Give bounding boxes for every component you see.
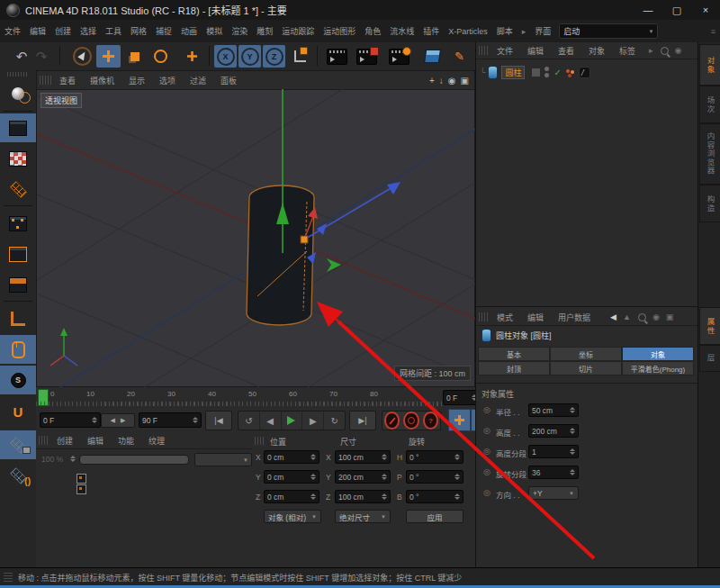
rotation-h-field[interactable]: 0 °: [406, 450, 464, 464]
menu-mesh[interactable]: 网格: [126, 25, 151, 37]
model-mode-button[interactable]: [0, 113, 36, 142]
spinner-icon[interactable]: [310, 493, 316, 500]
om-menu-edit[interactable]: 编辑: [520, 45, 551, 57]
spinner-icon[interactable]: [454, 454, 460, 460]
viewport-solo-button[interactable]: [0, 335, 36, 364]
material-menu-function[interactable]: 功能: [111, 435, 141, 447]
rotation-p-field[interactable]: 0 °: [406, 470, 464, 484]
menu-tools[interactable]: 工具: [101, 25, 126, 37]
spinner-icon[interactable]: [92, 417, 97, 423]
search-icon[interactable]: [638, 313, 646, 321]
material-zoom-slider[interactable]: [79, 455, 189, 465]
magnet-snap-button[interactable]: U: [0, 397, 36, 426]
object-row-cylinder[interactable]: └ 圆柱 ✓: [476, 65, 698, 79]
menu-motion-tracker[interactable]: 运动跟踪: [277, 25, 319, 37]
render-settings-button[interactable]: [385, 45, 412, 68]
next-frame-icon[interactable]: ▶: [121, 417, 125, 424]
play-button[interactable]: [282, 412, 303, 430]
om-menu-object[interactable]: 对象: [581, 45, 612, 57]
vtab-structure[interactable]: 构造: [699, 185, 720, 222]
material-menu-create[interactable]: 创建: [50, 435, 80, 447]
spinner-icon[interactable]: [570, 448, 575, 455]
tab-caps[interactable]: 封顶: [478, 361, 550, 375]
material-filter-dropdown[interactable]: ▼: [194, 453, 252, 466]
render-view-button[interactable]: [323, 45, 350, 68]
close-button[interactable]: ×: [691, 1, 720, 20]
grip-icon[interactable]: [40, 76, 52, 85]
phong-tag-icon[interactable]: [579, 67, 590, 78]
menu-snap[interactable]: 捕捉: [151, 25, 176, 37]
menu-sculpt[interactable]: 雕刻: [252, 25, 277, 37]
spinner-icon[interactable]: [382, 493, 387, 500]
previous-key-button[interactable]: ◀: [260, 412, 282, 430]
vtab-objects[interactable]: 对象: [699, 44, 720, 86]
grip-icon[interactable]: [479, 312, 490, 321]
gizmo-z-axis[interactable]: [304, 185, 397, 240]
position-x-field[interactable]: 0 cm: [264, 450, 320, 464]
om-menu-file[interactable]: 文件: [490, 45, 520, 57]
scale-tool[interactable]: [122, 45, 147, 68]
spinner-icon[interactable]: [70, 456, 76, 462]
workplane-options-button[interactable]: (): [0, 461, 36, 490]
maximize-view-icon[interactable]: ▣: [461, 76, 469, 86]
panel-grip[interactable]: [0, 70, 36, 77]
menu-edit[interactable]: 编辑: [25, 25, 50, 37]
spinner-icon[interactable]: [382, 454, 387, 460]
material-thumbnail[interactable]: [76, 484, 86, 494]
menu-character[interactable]: 角色: [360, 25, 385, 37]
playhead[interactable]: [38, 389, 49, 406]
menu-overflow-arrow-icon[interactable]: ▸: [518, 27, 531, 36]
filter-icon[interactable]: ◉: [675, 46, 682, 55]
viewport-menu-filter[interactable]: 过滤: [183, 75, 213, 86]
redo-button[interactable]: ↷: [32, 45, 50, 68]
coordinate-mode-dropdown[interactable]: 对象 (相对)▼: [264, 510, 321, 523]
workplane-mode-button[interactable]: [0, 175, 36, 204]
om-menu-tag[interactable]: 标签: [612, 45, 643, 57]
cylinder-object[interactable]: [247, 185, 314, 325]
maximize-button[interactable]: ▢: [662, 1, 691, 20]
vtab-content-browser[interactable]: 内容浏览器: [699, 123, 720, 185]
key-circle-icon[interactable]: ◎: [483, 426, 490, 435]
spinner-icon[interactable]: [454, 474, 460, 480]
am-menu-userdata[interactable]: 用户数据: [551, 312, 598, 323]
key-circle-icon[interactable]: ◎: [483, 447, 490, 456]
menu-select[interactable]: 选择: [76, 25, 101, 37]
goto-start-button[interactable]: |◀: [205, 411, 232, 430]
history-up-icon[interactable]: ▲: [623, 312, 631, 321]
am-menu-mode[interactable]: 模式: [490, 312, 520, 323]
vtab-attributes[interactable]: 属性: [699, 307, 720, 345]
rotate-tool[interactable]: [148, 45, 173, 68]
visibility-dots[interactable]: [544, 66, 549, 78]
viewport-menu-display[interactable]: 显示: [122, 75, 152, 86]
enabled-check-icon[interactable]: ✓: [554, 68, 561, 77]
gizmo-z-arrowhead[interactable]: [387, 182, 400, 194]
orbit-view-icon[interactable]: ◉: [448, 76, 456, 86]
goto-end-button[interactable]: ▶|: [349, 411, 376, 430]
key-circle-icon[interactable]: ◎: [483, 405, 490, 414]
record-position-toggle[interactable]: [448, 409, 471, 431]
coordinate-system-button[interactable]: [288, 45, 312, 68]
minimize-button[interactable]: —: [634, 1, 662, 20]
texture-tag-icon[interactable]: [565, 68, 575, 77]
menu-render[interactable]: 渲染: [227, 25, 252, 37]
menu-overflow-arrow-icon[interactable]: ▸: [649, 46, 653, 55]
viewport-menu-options[interactable]: 选项: [152, 75, 183, 86]
next-key-button[interactable]: ▶: [302, 412, 324, 430]
menu-create[interactable]: 创建: [50, 25, 76, 37]
undo-button[interactable]: ↶: [13, 45, 31, 68]
spinner-icon[interactable]: [382, 474, 387, 480]
view-label[interactable]: 透视视图: [40, 93, 82, 108]
tab-object[interactable]: 对象: [622, 347, 694, 361]
enable-axis-button[interactable]: [0, 304, 36, 333]
menu-script[interactable]: 脚本: [492, 25, 518, 37]
size-z-field[interactable]: 100 cm: [335, 490, 391, 503]
render-picture-viewer-button[interactable]: [353, 45, 380, 68]
dolly-view-icon[interactable]: ↓: [439, 76, 444, 86]
pan-view-icon[interactable]: +: [429, 76, 435, 86]
search-icon[interactable]: [661, 47, 669, 55]
menu-simulate[interactable]: 模拟: [202, 25, 227, 37]
live-selection-tool[interactable]: [70, 45, 94, 68]
current-frame-field[interactable]: 0 F: [40, 412, 101, 428]
key-circle-icon[interactable]: ◎: [483, 488, 490, 497]
rotation-segments-field[interactable]: 36: [528, 466, 579, 479]
